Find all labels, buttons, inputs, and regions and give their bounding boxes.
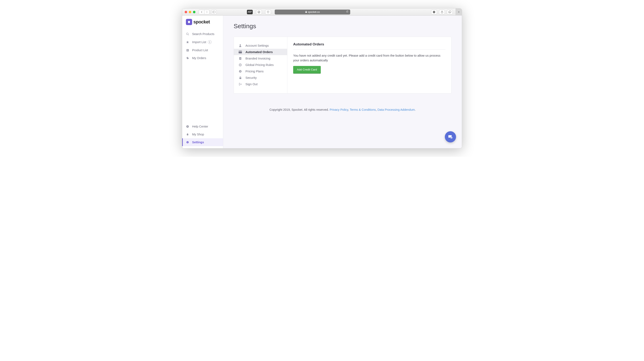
sidebar-item-label: Product List bbox=[192, 48, 208, 52]
abp-extension-button[interactable]: ABP bbox=[247, 10, 253, 14]
sidebar-item-label: Help Center bbox=[192, 125, 208, 128]
card-icon bbox=[238, 51, 242, 53]
main-content: Settings Account Settings Automated Orde… bbox=[223, 15, 462, 148]
sidebar-item-settings[interactable]: Settings bbox=[182, 138, 223, 146]
lock-icon bbox=[305, 11, 307, 13]
section-heading: Automated Orders bbox=[293, 42, 446, 49]
settings-tab-label: Automated Orders bbox=[246, 50, 273, 54]
sidebar-item-label: My Orders bbox=[192, 56, 206, 60]
signout-icon bbox=[238, 83, 242, 85]
share-button[interactable] bbox=[439, 10, 445, 14]
svg-point-18 bbox=[187, 142, 188, 143]
svg-line-9 bbox=[188, 35, 189, 35]
sidebar-item-label: Search Products bbox=[192, 32, 214, 36]
settings-tab-label: Sign Out bbox=[246, 82, 258, 86]
sidebar-item-my-orders[interactable]: My Orders bbox=[182, 54, 223, 62]
sidebar-item-my-shop[interactable]: My Shop bbox=[182, 130, 223, 138]
settings-tab-automated-orders[interactable]: Automated Orders bbox=[234, 49, 287, 55]
maximize-window-button[interactable] bbox=[193, 11, 196, 13]
add-credit-card-button[interactable]: Add Credit Card bbox=[293, 66, 321, 73]
sidebar-item-label: My Shop bbox=[192, 133, 204, 136]
svg-point-19 bbox=[240, 44, 241, 46]
settings-nav: Account Settings Automated Orders Brande… bbox=[234, 37, 287, 93]
browser-titlebar: ABP spocket.co + bbox=[182, 8, 462, 15]
import-list-badge: 1 bbox=[208, 40, 212, 44]
settings-tab-pricing-plans[interactable]: $ Pricing Plans bbox=[234, 68, 287, 74]
logo[interactable]: spocket bbox=[182, 15, 223, 30]
shop-icon bbox=[186, 133, 189, 136]
dpa-link[interactable]: Data Processing Addendum bbox=[378, 108, 415, 111]
footer-copyright: Copyright 2019, Spocket. All rights rese… bbox=[270, 108, 330, 111]
logo-text: spocket bbox=[193, 19, 210, 25]
svg-rect-0 bbox=[213, 11, 215, 13]
settings-tab-security[interactable]: Security bbox=[234, 74, 287, 81]
settings-tab-label: Pricing Plans bbox=[246, 69, 264, 73]
extension-button-2[interactable] bbox=[265, 10, 271, 14]
window-controls bbox=[185, 11, 196, 13]
sidebar-item-import-list[interactable]: Import List 1 bbox=[182, 38, 223, 46]
chat-icon bbox=[448, 134, 453, 139]
settings-tab-global-pricing-rules[interactable]: Global Pricing Rules bbox=[234, 62, 287, 68]
settings-tab-label: Branded Invoicing bbox=[246, 57, 270, 60]
globe-icon bbox=[238, 63, 242, 66]
tabs-button[interactable] bbox=[447, 10, 453, 14]
settings-panel: Account Settings Automated Orders Brande… bbox=[234, 37, 452, 93]
settings-tab-branded-invoicing[interactable]: Branded Invoicing bbox=[234, 55, 287, 62]
person-icon bbox=[238, 44, 242, 47]
settings-tab-account-settings[interactable]: Account Settings bbox=[234, 42, 287, 49]
forward-button[interactable] bbox=[204, 10, 210, 14]
app-sidebar: spocket Search Products Import List 1 bbox=[182, 15, 223, 148]
new-tab-button[interactable]: + bbox=[456, 8, 462, 15]
footer-sep: , bbox=[376, 108, 378, 111]
settings-tab-label: Global Pricing Rules bbox=[246, 63, 274, 66]
gear-icon bbox=[186, 141, 189, 144]
svg-point-8 bbox=[186, 33, 188, 35]
section-body: You have not added any credit card yet. … bbox=[293, 53, 446, 63]
svg-text:?: ? bbox=[187, 125, 188, 127]
page-title: Settings bbox=[234, 22, 452, 30]
privacy-policy-link[interactable]: Privacy Policy bbox=[330, 108, 348, 111]
primary-nav: Search Products Import List 1 Product Li… bbox=[182, 30, 223, 62]
logo-mark-icon bbox=[186, 19, 192, 25]
svg-rect-31 bbox=[240, 77, 241, 79]
lock-icon bbox=[238, 76, 242, 79]
sidebar-toggle-button[interactable] bbox=[211, 10, 216, 14]
sidebar-item-help-center[interactable]: ? Help Center bbox=[182, 123, 223, 130]
url-text: spocket.co bbox=[308, 10, 320, 13]
settings-content: Automated Orders You have not added any … bbox=[287, 37, 451, 93]
footer-end: . bbox=[415, 108, 416, 111]
terms-link[interactable]: Terms & Conditions bbox=[350, 108, 376, 111]
downloads-button[interactable] bbox=[431, 10, 437, 14]
sidebar-item-search-products[interactable]: Search Products bbox=[182, 30, 223, 38]
help-icon: ? bbox=[186, 125, 189, 128]
settings-tab-label: Security bbox=[246, 76, 257, 79]
sidebar-item-label: Import List bbox=[192, 40, 206, 44]
settings-tab-label: Account Settings bbox=[246, 44, 269, 47]
secondary-nav: ? Help Center My Shop Settings bbox=[182, 123, 223, 148]
tag-icon bbox=[186, 57, 189, 59]
sidebar-item-label: Settings bbox=[192, 141, 204, 144]
footer-sep: , bbox=[348, 108, 350, 111]
clipboard-icon bbox=[238, 57, 242, 60]
dollar-icon: $ bbox=[238, 70, 242, 73]
svg-rect-20 bbox=[238, 51, 242, 53]
browser-window: ABP spocket.co + bbox=[182, 8, 462, 148]
svg-point-14 bbox=[187, 57, 187, 58]
extension-button-1[interactable] bbox=[256, 10, 262, 14]
svg-rect-21 bbox=[238, 51, 242, 52]
minimize-window-button[interactable] bbox=[189, 11, 191, 13]
sidebar-item-product-list[interactable]: Product List bbox=[182, 46, 223, 54]
search-icon bbox=[186, 32, 189, 35]
settings-tab-sign-out[interactable]: Sign Out bbox=[234, 81, 287, 87]
chat-button[interactable] bbox=[445, 131, 456, 142]
back-button[interactable] bbox=[199, 10, 204, 14]
svg-rect-7 bbox=[449, 11, 451, 13]
star-icon bbox=[186, 41, 189, 43]
close-window-button[interactable] bbox=[185, 11, 187, 13]
footer: Copyright 2019, Spocket. All rights rese… bbox=[234, 108, 452, 111]
svg-text:$: $ bbox=[240, 70, 241, 72]
svg-rect-3 bbox=[306, 11, 307, 13]
address-bar[interactable]: spocket.co bbox=[275, 9, 350, 14]
reload-icon[interactable] bbox=[346, 10, 348, 13]
list-icon bbox=[186, 49, 189, 52]
